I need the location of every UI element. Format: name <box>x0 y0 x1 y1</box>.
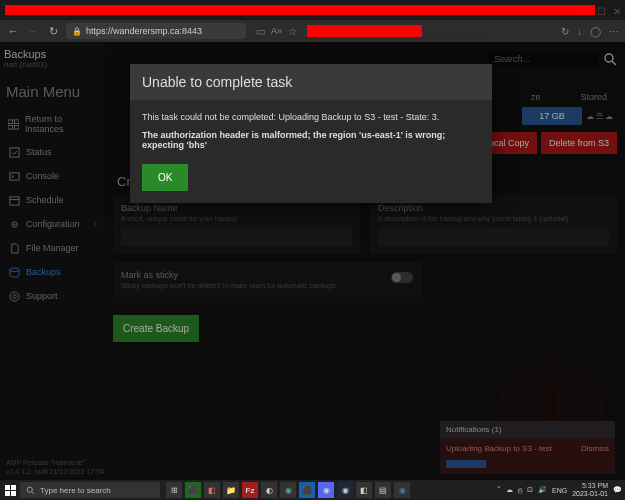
tray-volume-icon[interactable]: 🔊 <box>538 486 547 494</box>
a-icon[interactable]: A» <box>271 26 282 37</box>
browser-toolbar: ← → ↻ 🔒 https://wanderersmp.ca:8443 ▭ A»… <box>0 20 625 42</box>
modal-line1: This task could not be completed: Upload… <box>142 112 480 122</box>
sync-icon[interactable]: ↻ <box>561 26 569 37</box>
tray-network-icon[interactable]: ⊡ <box>527 486 533 494</box>
start-button[interactable] <box>0 485 20 496</box>
steam-icon[interactable]: ◉ <box>337 482 353 498</box>
error-modal: Unable to complete task This task could … <box>130 64 492 203</box>
lock-icon: 🔒 <box>72 27 82 36</box>
app10-icon[interactable]: ▤ <box>375 482 391 498</box>
window-controls: ─ ☐ ✕ <box>577 3 625 19</box>
taskbar-apps: ⊞ ⬛ ◧ 📁 Fz ◐ ◉ ⬛ ◉ ◉ ◧ ▤ ◉ <box>166 482 410 498</box>
maximize-button[interactable]: ☐ <box>593 3 609 19</box>
windows-taskbar: Type here to search ⊞ ⬛ ◧ 📁 Fz ◐ ◉ ⬛ ◉ ◉… <box>0 480 625 500</box>
svg-line-16 <box>32 492 34 494</box>
tray-cloud-icon[interactable]: ☁ <box>506 486 513 494</box>
app1-icon[interactable]: ⬛ <box>185 482 201 498</box>
tray-printer-icon[interactable]: ⎙ <box>518 487 522 494</box>
tray-lang[interactable]: ENG <box>552 487 567 494</box>
discord-icon[interactable]: ◉ <box>318 482 334 498</box>
edge-icon[interactable]: ◉ <box>394 482 410 498</box>
url-text: https://wanderersmp.ca:8443 <box>86 26 202 36</box>
redacted-tab-bar <box>5 5 595 15</box>
taskview-icon[interactable]: ⊞ <box>166 482 182 498</box>
taskbar-search[interactable]: Type here to search <box>20 482 160 498</box>
back-button[interactable]: ← <box>6 25 20 37</box>
forward-button[interactable]: → <box>26 25 40 37</box>
filezilla-icon[interactable]: Fz <box>242 482 258 498</box>
reader-icon[interactable]: ▭ <box>256 26 265 37</box>
address-bar[interactable]: 🔒 https://wanderersmp.ca:8443 <box>66 23 246 39</box>
favorite-icon[interactable]: ☆ <box>288 26 297 37</box>
ok-button[interactable]: OK <box>142 164 188 191</box>
app2-icon[interactable]: ◧ <box>204 482 220 498</box>
modal-title: Unable to complete task <box>130 64 492 100</box>
app5-icon[interactable]: ◉ <box>280 482 296 498</box>
taskbar-search-label: Type here to search <box>40 486 111 495</box>
notification-center-icon[interactable]: 💬 <box>613 486 622 494</box>
search-icon <box>26 486 35 495</box>
modal-line2: The authorization header is malformed; t… <box>142 130 480 150</box>
redacted-extension-area <box>307 25 422 37</box>
system-tray: ˄ ☁ ⎙ ⊡ 🔊 ENG 5:33 PM 2023-01-01 💬 <box>497 482 625 497</box>
windows-icon <box>5 485 16 496</box>
reload-button[interactable]: ↻ <box>46 25 60 38</box>
menu-icon[interactable]: ⋯ <box>609 26 619 37</box>
tray-chevron-icon[interactable]: ˄ <box>497 486 501 494</box>
app4-icon[interactable]: ◐ <box>261 482 277 498</box>
close-button[interactable]: ✕ <box>609 3 625 19</box>
app9-icon[interactable]: ◧ <box>356 482 372 498</box>
app6-icon[interactable]: ⬛ <box>299 482 315 498</box>
downloads-icon[interactable]: ↓ <box>577 26 582 37</box>
profile-icon[interactable]: ◯ <box>590 26 601 37</box>
minimize-button[interactable]: ─ <box>577 3 593 19</box>
explorer-icon[interactable]: 📁 <box>223 482 239 498</box>
clock[interactable]: 5:33 PM 2023-01-01 <box>572 482 608 497</box>
svg-point-15 <box>27 487 32 492</box>
